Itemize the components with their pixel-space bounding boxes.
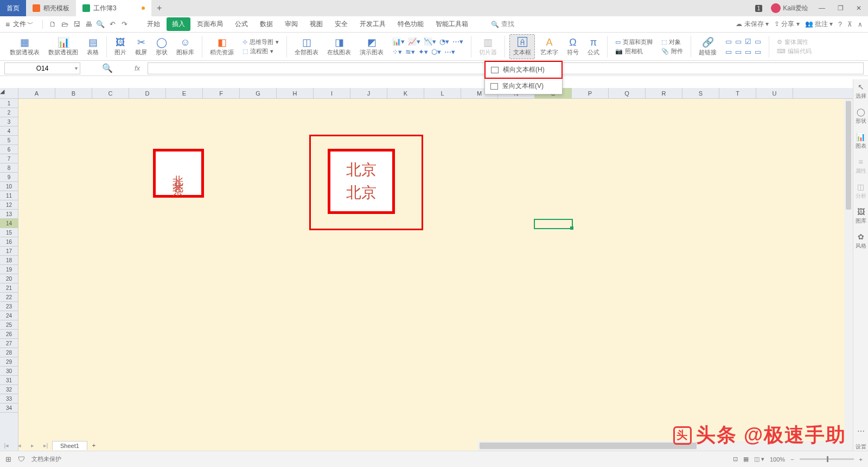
qa-save-icon[interactable]: 🖫: [71, 19, 82, 30]
qa-print-icon[interactable]: 🖶: [83, 19, 94, 30]
mtab-feature[interactable]: 特色功能: [392, 17, 429, 31]
row-30[interactable]: 30: [0, 367, 18, 376]
row-15[interactable]: 15: [0, 228, 18, 237]
zoom-out[interactable]: −: [790, 456, 794, 463]
pie-icon[interactable]: ◔▾: [439, 37, 449, 46]
rb-equation[interactable]: π公式: [584, 34, 603, 59]
col-R[interactable]: R: [646, 88, 682, 98]
row-14[interactable]: 14: [0, 219, 18, 228]
file-menu[interactable]: 文件﹀: [13, 20, 34, 29]
col-I[interactable]: I: [314, 88, 350, 98]
row-1[interactable]: 1: [0, 99, 18, 108]
tab-workbook[interactable]: 工作簿3: [76, 0, 151, 16]
rb-camera[interactable]: 📷照相机: [615, 47, 653, 55]
view-normal-icon[interactable]: ⊡: [733, 456, 738, 463]
dropdown-horizontal-textbox[interactable]: 横向文本框(H): [486, 62, 561, 78]
col-A[interactable]: A: [18, 88, 55, 98]
hamburger-icon[interactable]: ≡: [5, 20, 10, 29]
rb-object[interactable]: ⬚对象: [661, 38, 683, 46]
col-E[interactable]: E: [166, 88, 203, 98]
rb-shapes[interactable]: ◯形状: [152, 34, 171, 59]
rb-pivot-chart[interactable]: 📊数据透视图: [45, 34, 81, 59]
scatter-icon[interactable]: ⁘▾: [392, 48, 402, 56]
row-24[interactable]: 24: [0, 311, 18, 320]
dropdown-vertical-textbox[interactable]: 竖向文本框(V): [485, 78, 562, 94]
qa-undo-icon[interactable]: ↶: [107, 19, 118, 30]
row-18[interactable]: 18: [0, 256, 18, 265]
mtab-smart[interactable]: 智能工具箱: [430, 17, 474, 31]
sheet-nav-prev[interactable]: ◂: [13, 442, 26, 449]
sheet-nav-last[interactable]: ▸|: [39, 442, 52, 449]
qa-open-icon[interactable]: 🗁: [59, 19, 70, 30]
qa-preview-icon[interactable]: 🔍: [95, 19, 106, 30]
scroll-thumb[interactable]: [480, 443, 697, 449]
ribbon-toggle-icon[interactable]: ∧: [858, 21, 863, 28]
scroll-thumb[interactable]: [846, 101, 851, 210]
window-close[interactable]: ✕: [850, 0, 868, 16]
horizontal-textbox-object[interactable]: 北京 北京: [328, 149, 395, 214]
mtab-data[interactable]: 数据: [254, 17, 278, 31]
line-icon[interactable]: 📈▾: [408, 37, 420, 46]
zoom-slider[interactable]: [800, 458, 854, 460]
mtab-start[interactable]: 开始: [142, 17, 165, 31]
fx-icon[interactable]: fx: [135, 64, 140, 72]
sheet-nav-first[interactable]: |◂: [0, 442, 13, 449]
row-33[interactable]: 33: [0, 394, 18, 403]
row-23[interactable]: 23: [0, 302, 18, 311]
row-13[interactable]: 13: [0, 210, 18, 219]
row-29[interactable]: 29: [0, 357, 18, 367]
fc3-icon[interactable]: ☑: [745, 37, 751, 46]
col-K[interactable]: K: [387, 88, 424, 98]
view-page-icon[interactable]: ▦: [743, 456, 749, 463]
row-10[interactable]: 10: [0, 182, 18, 191]
fc6-icon[interactable]: ▭: [735, 48, 742, 56]
row-19[interactable]: 19: [0, 265, 18, 274]
row-31[interactable]: 31: [0, 376, 18, 385]
rb-attachment[interactable]: 📎附件: [661, 47, 683, 55]
stock-icon[interactable]: ≋▾: [405, 48, 415, 56]
row-17[interactable]: 17: [0, 247, 18, 256]
tab-docer[interactable]: 稻壳模板: [26, 0, 76, 16]
col-H[interactable]: H: [277, 88, 314, 98]
sheet-nav-next[interactable]: ▸: [26, 442, 39, 449]
fc4-icon[interactable]: ▭: [755, 37, 761, 46]
col-T[interactable]: T: [719, 88, 756, 98]
qa-redo-icon[interactable]: ↷: [119, 19, 130, 30]
unsaved-btn[interactable]: ☁ 未保存 ▾: [736, 20, 769, 29]
rb-textbox[interactable]: 🄰文本框: [509, 34, 535, 59]
vertical-scrollbar[interactable]: [844, 99, 853, 441]
search-box[interactable]: 🔍查找: [491, 20, 514, 29]
rb-all-charts[interactable]: ◫全部图表: [291, 34, 322, 59]
col-G[interactable]: G: [240, 88, 277, 98]
col-D[interactable]: D: [129, 88, 166, 98]
zoom-value[interactable]: 100%: [770, 456, 785, 463]
row-26[interactable]: 26: [0, 330, 18, 339]
rb-picture[interactable]: 🖼图片: [111, 34, 130, 59]
fc1-icon[interactable]: ▭: [725, 37, 732, 46]
rb-docer-res[interactable]: ◧稻壳资源: [207, 34, 237, 59]
col-F[interactable]: F: [203, 88, 240, 98]
row-8[interactable]: 8: [0, 163, 18, 173]
select-all-corner[interactable]: ◢: [0, 88, 18, 98]
col-J[interactable]: J: [350, 88, 387, 98]
cell-canvas[interactable]: 北京 北京 北京 北京: [18, 99, 853, 451]
row-6[interactable]: 6: [0, 145, 18, 154]
rp-gallery[interactable]: 🖼图库: [856, 207, 866, 225]
bar-icon[interactable]: 📊▾: [392, 37, 405, 46]
row-9[interactable]: 9: [0, 173, 18, 182]
sheet-add[interactable]: +: [87, 442, 100, 449]
rb-table[interactable]: ▤表格: [84, 34, 102, 59]
fc5-icon[interactable]: ▭: [725, 48, 732, 56]
status-ready-icon[interactable]: ⊞: [5, 455, 11, 463]
col-P[interactable]: P: [572, 88, 609, 98]
row-20[interactable]: 20: [0, 274, 18, 283]
share-btn[interactable]: ⇪ 分享 ▾: [774, 20, 800, 29]
chevron-down-icon[interactable]: ▾: [75, 65, 78, 71]
col-U[interactable]: U: [756, 88, 793, 98]
view-mode-icon[interactable]: ◫ ▾: [754, 456, 764, 463]
more-icon[interactable]: ⋯▾: [452, 37, 463, 46]
window-maximize[interactable]: ❐: [831, 0, 850, 16]
mtab-insert[interactable]: 插入: [167, 17, 190, 31]
rb-online-charts[interactable]: ◨在线图表: [324, 34, 354, 59]
mtab-formula[interactable]: 公式: [229, 17, 253, 31]
